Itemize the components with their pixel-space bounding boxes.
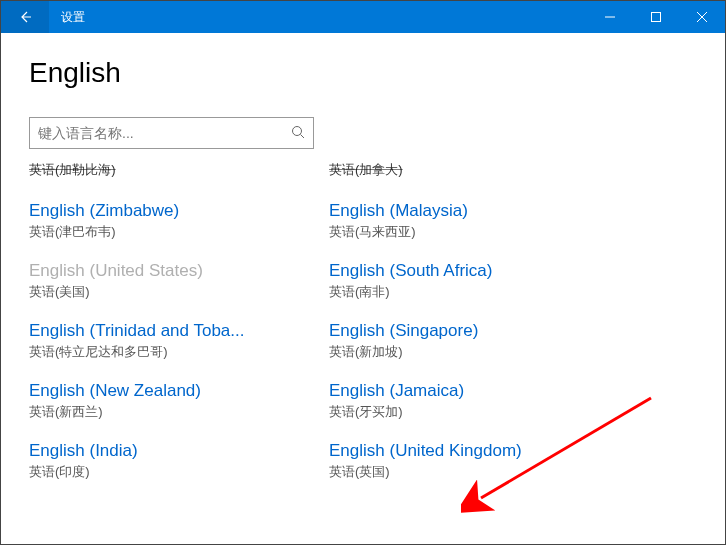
language-local-name: 英语(牙买加) xyxy=(329,403,629,421)
minimize-button[interactable] xyxy=(587,1,633,33)
svg-line-5 xyxy=(301,134,305,138)
search-icon xyxy=(291,125,305,142)
language-local-name: 英语(印度) xyxy=(29,463,329,481)
language-local-name: 英语(南非) xyxy=(329,283,629,301)
language-item[interactable]: English (India)英语(印度) xyxy=(29,441,329,481)
minimize-icon xyxy=(605,12,615,22)
window-title: 设置 xyxy=(49,9,587,26)
language-item[interactable]: English (South Africa)英语(南非) xyxy=(329,261,629,301)
language-english-name: English (United Kingdom) xyxy=(329,441,619,461)
close-button[interactable] xyxy=(679,1,725,33)
language-local-name: 英语(特立尼达和多巴哥) xyxy=(29,343,329,361)
arrow-left-icon xyxy=(17,9,33,25)
language-local-name: 英语(津巴布韦) xyxy=(29,223,329,241)
language-item[interactable]: English (Trinidad and Toba...英语(特立尼达和多巴哥… xyxy=(29,321,329,361)
language-english-name: English (Malaysia) xyxy=(329,201,619,221)
content-area: English 英语(加勒比海) English (Zimbabwe)英语(津巴… xyxy=(1,33,725,544)
language-english-name: English (New Zealand) xyxy=(29,381,319,401)
language-local-name: 英语(马来西亚) xyxy=(329,223,629,241)
language-local-name: 英语(新西兰) xyxy=(29,403,329,421)
language-local-name: 英语(加勒比海) xyxy=(29,161,329,179)
language-english-name: English (South Africa) xyxy=(329,261,619,281)
language-item[interactable]: English (Singapore)英语(新加坡) xyxy=(329,321,629,361)
language-item[interactable]: English (Jamaica)英语(牙买加) xyxy=(329,381,629,421)
language-english-name: English (Singapore) xyxy=(329,321,619,341)
window-controls xyxy=(587,1,725,33)
language-local-name: 英语(新加坡) xyxy=(329,343,629,361)
language-item[interactable]: 英语(加勒比海) xyxy=(29,161,329,179)
language-item[interactable]: English (United States)英语(美国) xyxy=(29,261,329,301)
language-english-name: English (India) xyxy=(29,441,319,461)
language-item[interactable]: English (Malaysia)英语(马来西亚) xyxy=(329,201,629,241)
language-item[interactable]: English (Zimbabwe)英语(津巴布韦) xyxy=(29,201,329,241)
language-english-name: English (Trinidad and Toba... xyxy=(29,321,319,341)
language-local-name: 英语(英国) xyxy=(329,463,629,481)
close-icon xyxy=(697,12,707,22)
search-box[interactable] xyxy=(29,117,314,149)
language-column-right: 英语(加拿大) English (Malaysia)英语(马来西亚)Englis… xyxy=(329,159,629,501)
language-english-name: English (Zimbabwe) xyxy=(29,201,319,221)
language-english-name: English (United States) xyxy=(29,261,319,281)
maximize-button[interactable] xyxy=(633,1,679,33)
titlebar: 设置 xyxy=(1,1,725,33)
language-column-left: 英语(加勒比海) English (Zimbabwe)英语(津巴布韦)Engli… xyxy=(29,159,329,501)
page-title: English xyxy=(29,57,697,89)
svg-point-4 xyxy=(293,126,302,135)
language-english-name: English (Jamaica) xyxy=(329,381,619,401)
language-list: 英语(加勒比海) English (Zimbabwe)英语(津巴布韦)Engli… xyxy=(29,159,697,501)
language-item[interactable]: English (United Kingdom)英语(英国) xyxy=(329,441,629,481)
language-item[interactable]: English (New Zealand)英语(新西兰) xyxy=(29,381,329,421)
search-input[interactable] xyxy=(38,125,291,141)
language-local-name: 英语(美国) xyxy=(29,283,329,301)
language-item[interactable]: 英语(加拿大) xyxy=(329,161,629,179)
svg-rect-1 xyxy=(652,13,661,22)
maximize-icon xyxy=(651,12,661,22)
back-button[interactable] xyxy=(1,1,49,33)
language-local-name: 英语(加拿大) xyxy=(329,161,629,179)
